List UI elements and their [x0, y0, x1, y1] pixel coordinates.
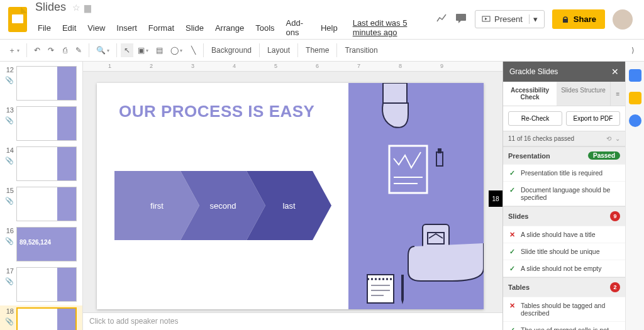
menu-arrange[interactable]: Arrange	[210, 21, 249, 35]
slide-thumbnail[interactable]: 89,526,124	[16, 227, 77, 261]
rule-text: Presentation title is required	[521, 169, 602, 177]
menu-bar: File Edit View Insert Format Slide Arran…	[33, 16, 436, 39]
recheck-button[interactable]: Re-Check	[508, 111, 562, 126]
check-fail-icon: ✕	[509, 302, 516, 309]
shape-tool[interactable]: ◯	[167, 43, 186, 57]
present-dropdown-icon[interactable]: ▾	[529, 14, 538, 24]
textbox-tool[interactable]: ▣	[135, 43, 152, 57]
menu-slide[interactable]: Slide	[180, 21, 209, 35]
paint-format-button[interactable]: ✎	[72, 43, 85, 57]
slide-number: 17	[6, 267, 14, 275]
comments-icon[interactable]	[455, 12, 467, 26]
last-edit-link[interactable]: Last edit was 5 minutes ago	[348, 16, 436, 39]
menu-view[interactable]: View	[82, 21, 110, 35]
slide-title-text[interactable]: OUR PROCESS IS EASY	[119, 102, 314, 121]
select-tool[interactable]: ↖	[121, 43, 133, 57]
sidebar-body[interactable]: PresentationPassed✓Presentation title is…	[503, 146, 625, 330]
new-slide-button[interactable]: ＋	[5, 43, 23, 58]
explore-icon[interactable]	[436, 13, 447, 26]
tasks-icon[interactable]	[629, 114, 641, 127]
present-button[interactable]: Present ▾	[475, 10, 545, 28]
background-button[interactable]: Background	[208, 43, 255, 57]
document-title[interactable]: Slides	[33, 0, 69, 15]
section-badge: 2	[610, 282, 620, 292]
share-button[interactable]: Share	[552, 9, 605, 29]
filmstrip[interactable]: 12📎13📎14📎15📎16📎89,526,12417📎18📎19📎	[0, 62, 83, 330]
svg-rect-10	[438, 148, 441, 153]
chevron-down-icon[interactable]: ⌄	[615, 135, 620, 142]
rule-text: A slide should have a title	[521, 231, 596, 238]
rule-text: Tables should be tagged and described	[521, 302, 619, 317]
slide-canvas[interactable]: OUR PROCESS IS EASY first second last	[97, 83, 484, 309]
attachment-icon: 📎	[5, 116, 14, 124]
folder-icon[interactable]: ▆	[84, 3, 91, 13]
filmstrip-slide[interactable]: 18📎	[0, 305, 82, 330]
filmstrip-slide[interactable]: 17📎	[0, 265, 82, 305]
section-header[interactable]: Tables2	[503, 277, 625, 297]
slide-thumbnail[interactable]	[16, 267, 77, 302]
check-rule[interactable]: ✓Slide title should be unique	[503, 243, 625, 260]
check-rule[interactable]: ✓Presentation title is required	[503, 164, 625, 181]
print-button[interactable]: ⎙	[58, 43, 71, 57]
svg-rect-9	[436, 152, 443, 166]
calendar-icon[interactable]	[629, 69, 641, 82]
section-header[interactable]: Slides9	[503, 206, 625, 226]
menu-tools[interactable]: Tools	[250, 21, 279, 35]
zoom-button[interactable]: 🔍	[93, 43, 113, 57]
check-pass-icon: ✓	[509, 169, 516, 177]
check-rule[interactable]: ✓The use of merged cells is not recommen…	[503, 321, 625, 330]
theme-button[interactable]: Theme	[302, 43, 333, 57]
section-name: Presentation	[508, 152, 550, 160]
process-chevrons[interactable]: first second last	[114, 171, 341, 240]
transition-button[interactable]: Transition	[341, 43, 381, 57]
svg-rect-2	[456, 14, 466, 21]
checks-passed-text: 11 of 16 checks passed	[508, 135, 574, 142]
image-tool[interactable]: ▤	[153, 43, 166, 57]
slide-thumbnail[interactable]	[16, 106, 77, 141]
filmstrip-slide[interactable]: 12📎	[0, 64, 82, 104]
sidebar-menu-icon[interactable]: ≡	[610, 82, 625, 106]
menu-help[interactable]: Help	[316, 21, 343, 35]
menu-insert[interactable]: Insert	[111, 21, 142, 35]
slide-thumbnail[interactable]	[16, 66, 77, 101]
redo-button[interactable]: ↷	[45, 43, 57, 57]
export-pdf-button[interactable]: Export to PDF	[566, 111, 620, 126]
tab-slides-structure[interactable]: Slides Structure	[557, 82, 610, 106]
menu-file[interactable]: File	[33, 21, 56, 35]
undo-button[interactable]: ↶	[31, 43, 43, 57]
keep-icon[interactable]	[629, 92, 641, 104]
menu-format[interactable]: Format	[143, 21, 179, 35]
layout-button[interactable]: Layout	[264, 43, 294, 57]
filmstrip-slide[interactable]: 15📎	[0, 185, 82, 225]
line-tool[interactable]: ╲	[187, 43, 199, 57]
check-rule[interactable]: ✓A slide should not be empty	[503, 260, 625, 277]
svg-rect-18	[401, 275, 404, 300]
user-avatar[interactable]	[613, 9, 633, 30]
slide-number: 18	[6, 307, 14, 315]
slide-thumbnail[interactable]	[16, 146, 77, 181]
speaker-notes[interactable]: Click to add speaker notes	[83, 312, 502, 330]
slides-logo[interactable]	[5, 4, 30, 35]
sidebar-toggle-icon[interactable]: ⟩	[626, 43, 639, 57]
section-header[interactable]: PresentationPassed	[503, 146, 625, 164]
filmstrip-slide[interactable]: 14📎	[0, 145, 82, 185]
slide-thumbnail[interactable]	[16, 187, 77, 221]
grackle-sidebar: Grackle Slides ✕ Accessibility Check Sli…	[502, 62, 625, 330]
svg-rect-5	[383, 83, 407, 103]
slide-thumbnail[interactable]	[16, 307, 77, 330]
check-rule[interactable]: ✕Tables should be tagged and described	[503, 297, 625, 321]
toolbar: ＋ ↶ ↷ ⎙ ✎ 🔍 ↖ ▣ ▤ ◯ ╲ Background Layout …	[0, 39, 644, 62]
star-icon[interactable]: ☆	[72, 3, 80, 13]
filmstrip-slide[interactable]: 16📎89,526,124	[0, 225, 82, 265]
rule-text: The use of merged cells is not recommend…	[521, 326, 619, 330]
menu-addons[interactable]: Add-ons	[281, 16, 314, 39]
refresh-icon[interactable]: ⟲	[606, 135, 611, 142]
filmstrip-slide[interactable]: 13📎	[0, 104, 82, 145]
check-rule[interactable]: ✕A slide should have a title	[503, 226, 625, 243]
attachment-icon: 📎	[5, 277, 14, 285]
check-rule[interactable]: ✓Document language should be specified	[503, 181, 625, 206]
menu-edit[interactable]: Edit	[57, 21, 81, 35]
close-icon[interactable]: ✕	[611, 67, 619, 77]
check-fail-icon: ✕	[509, 231, 516, 238]
tab-accessibility-check[interactable]: Accessibility Check	[503, 82, 557, 106]
